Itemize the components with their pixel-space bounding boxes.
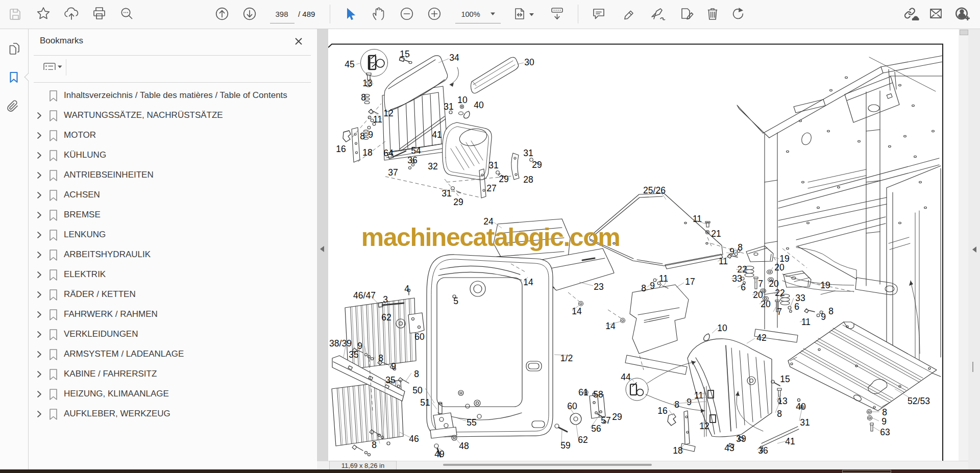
svg-text:8: 8 [414, 369, 419, 379]
svg-text:22: 22 [737, 264, 747, 275]
svg-text:11: 11 [659, 273, 668, 284]
svg-text:55: 55 [467, 417, 476, 428]
svg-text:42: 42 [756, 333, 766, 343]
svg-text:13: 13 [777, 396, 787, 406]
svg-text:20: 20 [761, 299, 771, 309]
svg-text:36: 36 [407, 155, 417, 165]
svg-text:9: 9 [650, 281, 655, 291]
svg-text:100%: 100% [461, 10, 480, 18]
svg-text:61: 61 [578, 387, 588, 397]
svg-text:46/47: 46/47 [353, 290, 376, 301]
svg-text:8: 8 [378, 353, 383, 363]
svg-text:7: 7 [777, 307, 782, 317]
svg-text:63: 63 [880, 427, 890, 437]
svg-text:43: 43 [724, 443, 734, 453]
svg-text:38/39: 38/39 [329, 338, 352, 348]
svg-text:31: 31 [444, 102, 453, 112]
svg-text:9: 9 [687, 397, 692, 407]
svg-text:29: 29 [453, 197, 463, 207]
svg-text:/ 489: / 489 [298, 10, 315, 18]
svg-text:41: 41 [785, 436, 795, 446]
svg-text:5: 5 [453, 296, 458, 306]
svg-text:40: 40 [474, 100, 484, 110]
svg-text:8: 8 [360, 131, 365, 141]
svg-text:51: 51 [420, 397, 430, 408]
svg-text:8: 8 [882, 407, 887, 417]
svg-text:31: 31 [800, 417, 810, 428]
svg-text:45: 45 [345, 59, 354, 69]
svg-text:9: 9 [881, 416, 887, 427]
svg-text:11: 11 [693, 214, 702, 224]
svg-text:56: 56 [591, 424, 601, 434]
svg-text:10: 10 [717, 323, 727, 333]
svg-text:12: 12 [383, 108, 393, 118]
svg-text:8: 8 [372, 440, 377, 450]
svg-text:7: 7 [758, 279, 763, 289]
svg-text:3: 3 [383, 294, 388, 305]
svg-text:11: 11 [373, 114, 382, 125]
svg-text:34: 34 [449, 53, 459, 63]
svg-text:8: 8 [738, 242, 743, 253]
svg-text:20: 20 [774, 262, 785, 272]
svg-text:64: 64 [383, 148, 394, 158]
svg-text:31: 31 [442, 188, 451, 198]
svg-text:50: 50 [412, 385, 423, 395]
svg-text:48: 48 [459, 441, 469, 451]
svg-text:8: 8 [641, 283, 646, 293]
svg-text:4: 4 [404, 284, 409, 294]
svg-text:29: 29 [499, 174, 508, 184]
svg-text:6: 6 [741, 282, 746, 292]
svg-text:8: 8 [674, 400, 679, 410]
svg-text:59: 59 [560, 440, 570, 451]
svg-text:11: 11 [801, 317, 811, 327]
svg-text:machinecatalogic.com: machinecatalogic.com [361, 223, 620, 252]
svg-text:39: 39 [736, 434, 746, 444]
svg-text:14: 14 [523, 277, 533, 287]
svg-text:29: 29 [532, 160, 542, 170]
svg-text:12: 12 [699, 421, 709, 431]
svg-text:8: 8 [777, 409, 782, 419]
svg-text:16: 16 [657, 406, 667, 416]
svg-text:52/53: 52/53 [908, 396, 930, 406]
svg-text:21: 21 [711, 229, 721, 239]
svg-text:30: 30 [524, 57, 534, 67]
svg-text:15: 15 [780, 374, 790, 384]
svg-text:60: 60 [414, 332, 425, 342]
svg-text:37: 37 [388, 167, 398, 178]
svg-text:40: 40 [796, 402, 806, 412]
svg-text:54: 54 [411, 145, 421, 156]
svg-text:28: 28 [523, 175, 533, 185]
svg-text:1/2: 1/2 [560, 353, 573, 363]
svg-text:31: 31 [523, 148, 533, 158]
svg-text:17: 17 [685, 277, 695, 287]
svg-text:57: 57 [601, 415, 610, 426]
svg-text:19: 19 [779, 254, 789, 264]
svg-text:62: 62 [381, 312, 391, 322]
svg-text:41: 41 [432, 130, 442, 140]
svg-text:9: 9 [729, 246, 734, 257]
svg-text:9: 9 [368, 130, 373, 140]
svg-text:29: 29 [612, 412, 622, 422]
svg-text:22: 22 [775, 288, 785, 298]
svg-text:27: 27 [486, 183, 496, 193]
svg-text:398: 398 [275, 10, 288, 18]
svg-text:14: 14 [605, 321, 616, 331]
svg-text:9: 9 [391, 361, 396, 371]
svg-text:18: 18 [673, 445, 682, 456]
svg-text:31: 31 [488, 160, 498, 170]
svg-text:19: 19 [820, 280, 830, 290]
svg-text:9: 9 [821, 312, 826, 322]
svg-text:23: 23 [594, 282, 603, 292]
svg-text:62: 62 [578, 435, 587, 445]
svg-text:16: 16 [336, 144, 346, 154]
svg-text:44: 44 [621, 372, 631, 382]
svg-text:8: 8 [828, 306, 834, 316]
svg-text:46: 46 [409, 434, 419, 444]
svg-text:35: 35 [349, 350, 358, 360]
svg-text:18: 18 [362, 147, 372, 158]
svg-text:36: 36 [758, 445, 768, 456]
svg-text:20: 20 [769, 279, 779, 289]
svg-text:10: 10 [457, 95, 468, 105]
svg-text:8: 8 [361, 92, 366, 103]
svg-text:35: 35 [385, 375, 395, 385]
